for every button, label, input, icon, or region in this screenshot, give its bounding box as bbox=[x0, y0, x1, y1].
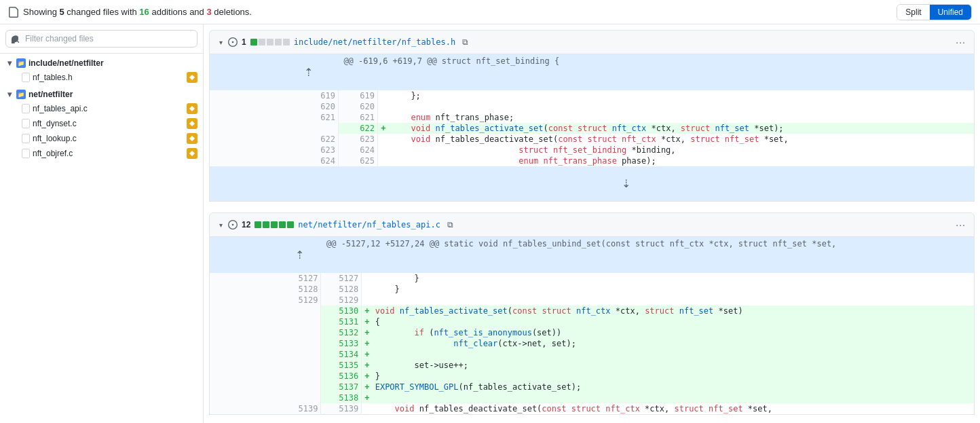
line-num-left bbox=[210, 349, 321, 360]
diff-content: ▾ 1 include/net/netfilter/nf_tables.h ⧉ … bbox=[204, 24, 980, 423]
unified-button[interactable]: Unified bbox=[930, 5, 971, 20]
more-options-button-1[interactable]: ··· bbox=[956, 37, 966, 48]
line-num-left: 621 bbox=[210, 112, 339, 123]
collapse-button-2[interactable]: ▾ bbox=[218, 220, 224, 230]
table-row: 5132 + if (nft_set_is_anonymous(set)) bbox=[210, 327, 975, 338]
table-row: 5131 + { bbox=[210, 316, 975, 327]
expand-up-button[interactable]: ⇡ bbox=[304, 66, 313, 79]
line-num-left: 5139 bbox=[210, 403, 321, 415]
line-code: nft_clear(ctx->net, set); bbox=[373, 338, 975, 349]
line-num-left bbox=[210, 371, 321, 382]
main-layout: ▾ 📁 include/net/netfilter nf_tables.h ▾ … bbox=[0, 24, 980, 423]
line-marker-cell: + bbox=[362, 382, 373, 392]
line-code: } bbox=[373, 371, 975, 382]
table-row: 5136 + } bbox=[210, 371, 975, 382]
line-marker-cell bbox=[362, 295, 373, 306]
diff-bars-1 bbox=[250, 39, 290, 45]
line-marker-cell bbox=[362, 273, 373, 284]
line-num-left: 622 bbox=[210, 134, 339, 145]
file-change-badge bbox=[187, 148, 197, 159]
file-name: nf_tables.h bbox=[33, 73, 73, 82]
sidebar-file-nft-lookup[interactable]: nft_lookup.c bbox=[0, 131, 203, 146]
table-row: 623 624 struct nft_set_binding *binding, bbox=[210, 145, 975, 155]
file-icon bbox=[22, 104, 30, 113]
line-num-right: 619 bbox=[338, 90, 377, 101]
sidebar-file-nft-dynset[interactable]: nft_dynset.c bbox=[0, 116, 203, 131]
line-marker-cell bbox=[378, 90, 389, 101]
more-options-button-2[interactable]: ··· bbox=[956, 219, 966, 230]
file-name: nft_lookup.c bbox=[33, 134, 77, 143]
line-num-right: 5134 bbox=[321, 349, 362, 360]
line-num-right: 623 bbox=[338, 134, 377, 145]
file-icon bbox=[22, 149, 30, 158]
file-diff-1: ▾ 1 include/net/netfilter/nf_tables.h ⧉ … bbox=[204, 30, 980, 202]
line-marker-cell: + bbox=[362, 360, 373, 371]
folder-icon-net: 📁 bbox=[16, 90, 26, 99]
table-row: 5128 5128 } bbox=[210, 284, 975, 295]
line-marker-cell: + bbox=[378, 123, 389, 134]
split-button[interactable]: Split bbox=[897, 5, 929, 20]
line-marker-cell: + bbox=[362, 327, 373, 338]
line-code: struct nft_set_binding *binding, bbox=[389, 145, 975, 155]
line-marker-cell: + bbox=[362, 371, 373, 382]
table-row: 5130 + void nf_tables_activate_set(const… bbox=[210, 306, 975, 316]
table-row: 5135 + set->use++; bbox=[210, 360, 975, 371]
line-code: } bbox=[373, 284, 975, 295]
expand-up-button-2[interactable]: ⇡ bbox=[295, 249, 304, 261]
chevron-down-icon: ▾ bbox=[5, 59, 14, 67]
line-marker-cell bbox=[378, 155, 389, 166]
copy-path-button-2[interactable]: ⧉ bbox=[445, 219, 456, 231]
table-row: 5137 + EXPORT_SYMBOL_GPL(nf_tables_activ… bbox=[210, 382, 975, 392]
line-num-right: 624 bbox=[338, 145, 377, 155]
file-icon bbox=[22, 134, 30, 143]
file-path-2: net/netfilter/nf_tables_api.c bbox=[298, 220, 440, 229]
sidebar-file-nf-tables-h[interactable]: nf_tables.h bbox=[0, 70, 203, 85]
sidebar-file-nf-tables-api[interactable]: nf_tables_api.c bbox=[0, 101, 203, 116]
line-num-right: 5136 bbox=[321, 371, 362, 382]
line-marker-cell bbox=[378, 145, 389, 155]
line-num-right: 5128 bbox=[321, 284, 362, 295]
sidebar-folder-include[interactable]: ▾ 📁 include/net/netfilter bbox=[0, 56, 203, 70]
collapse-button-1[interactable]: ▾ bbox=[218, 37, 224, 48]
table-row: 622 623 void nf_tables_deactivate_set(co… bbox=[210, 134, 975, 145]
copy-path-button-1[interactable]: ⧉ bbox=[459, 36, 471, 48]
table-row: 5127 5127 } bbox=[210, 273, 975, 284]
sidebar-file-nft-objref[interactable]: nft_objref.c bbox=[0, 146, 203, 161]
line-num-left: 5127 bbox=[210, 273, 321, 284]
line-num-right: 621 bbox=[338, 112, 377, 123]
expand-collapse-icon bbox=[228, 37, 238, 47]
hunk-row: ⇡ @@ -619,6 +619,7 @@ struct nft_set_bin… bbox=[210, 54, 975, 90]
line-num-left bbox=[210, 123, 339, 134]
hunk-expand-up: ⇡ bbox=[210, 54, 339, 90]
table-row: 5133 + nft_clear(ctx->net, set); bbox=[210, 338, 975, 349]
file-change-badge bbox=[187, 133, 197, 144]
line-num-left: 5128 bbox=[210, 284, 321, 295]
sidebar-folder-net[interactable]: ▾ 📁 net/netfilter bbox=[0, 88, 203, 101]
line-code: enum nft_trans_phase; bbox=[389, 112, 975, 123]
table-row: 5139 5139 void nf_tables_deactivate_set(… bbox=[210, 403, 975, 415]
file-name: nf_tables_api.c bbox=[33, 104, 88, 113]
line-num-right: 625 bbox=[338, 155, 377, 166]
expand-collapse-icon-2 bbox=[228, 220, 238, 229]
line-code: } bbox=[373, 273, 975, 284]
line-num-right: 5137 bbox=[321, 382, 362, 392]
line-code bbox=[373, 349, 975, 360]
line-num-right: 5132 bbox=[321, 327, 362, 338]
line-marker-cell: + bbox=[362, 316, 373, 327]
search-input[interactable] bbox=[5, 30, 197, 48]
file-header-1: ▾ 1 include/net/netfilter/nf_tables.h ⧉ … bbox=[209, 30, 975, 54]
table-row: 5134 + bbox=[210, 349, 975, 360]
line-code: void nf_tables_deactivate_set(const stru… bbox=[389, 134, 975, 145]
line-num-left bbox=[210, 316, 321, 327]
diff-table-1: ⇡ @@ -619,6 +619,7 @@ struct nft_set_bin… bbox=[209, 54, 975, 202]
expand-down-button[interactable]: ⇣ bbox=[622, 177, 630, 190]
line-marker-cell bbox=[362, 403, 373, 415]
top-bar-left: Showing 5 changed files with 16 addition… bbox=[8, 7, 252, 18]
line-num-right: 5139 bbox=[321, 403, 362, 415]
line-num-left: 624 bbox=[210, 155, 339, 166]
line-code bbox=[373, 392, 975, 403]
line-num-left: 619 bbox=[210, 90, 339, 101]
file-header-2: ▾ 12 net/netfilter/nf_tables_api.c ⧉ ··· bbox=[209, 213, 975, 237]
line-num-right: 5127 bbox=[321, 273, 362, 284]
line-num-right: 620 bbox=[338, 101, 377, 112]
